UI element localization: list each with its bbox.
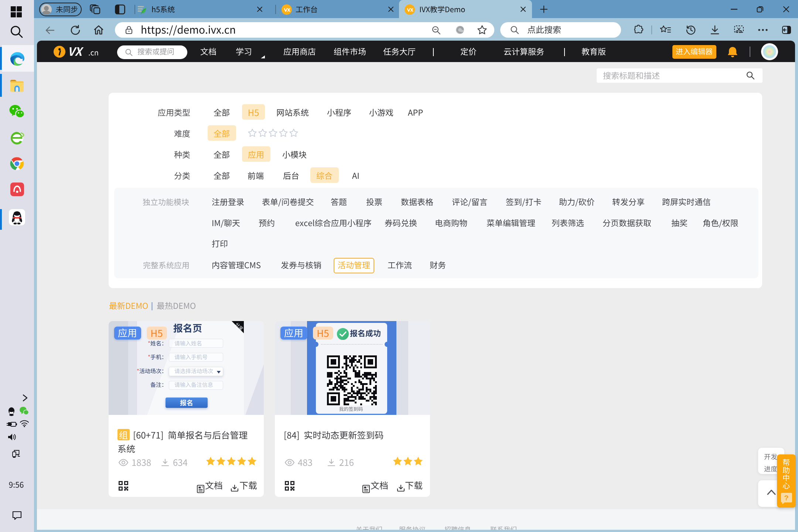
svg-text:?: ?	[784, 494, 789, 502]
